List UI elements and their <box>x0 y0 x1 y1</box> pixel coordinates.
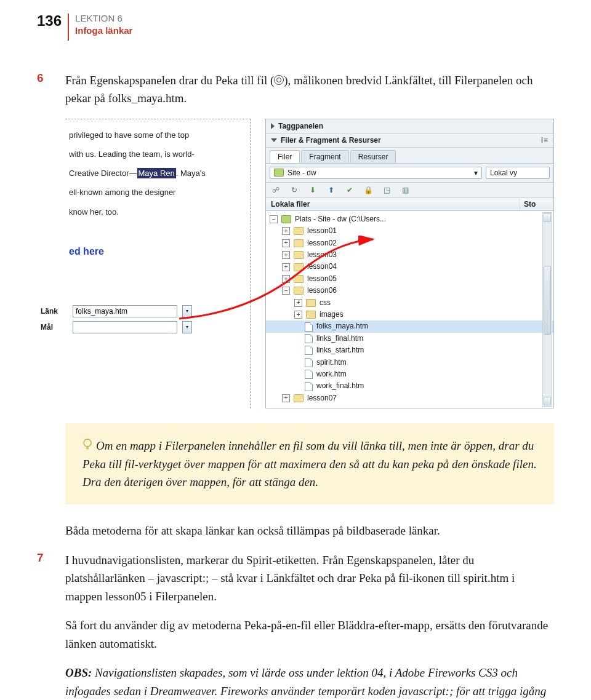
refresh-icon[interactable]: ↻ <box>289 186 299 194</box>
checkin-icon[interactable]: 🔒 <box>363 186 373 194</box>
scroll-thumb[interactable] <box>544 266 551 335</box>
get-icon[interactable]: ⬇ <box>308 186 318 194</box>
tree-file[interactable]: work.htm <box>266 368 553 380</box>
files-panel-header[interactable]: Filer & Fragment & Resurser i≡ <box>266 133 553 148</box>
site-dropdown[interactable]: Site - dw ▾ <box>270 167 482 179</box>
col-local-files[interactable]: Lokala filer <box>266 198 520 210</box>
target-dropdown-button[interactable]: ▾ <box>182 321 192 333</box>
folder-icon <box>294 394 304 402</box>
file-icon <box>305 358 313 367</box>
panel-tabs: Filer Fragment Resurser <box>266 148 553 164</box>
file-icon <box>305 322 313 332</box>
folder-icon <box>274 169 284 177</box>
link-label: Länk <box>41 307 68 316</box>
step-7: 7 I huvudnavigationslisten, markerar du … <box>37 551 554 605</box>
tree-folder[interactable]: +lesson05 <box>266 273 553 285</box>
tree-folder[interactable]: +lesson01 <box>266 225 553 237</box>
expand-node-icon[interactable]: + <box>282 227 290 235</box>
expand-icon <box>271 123 275 129</box>
tree-root[interactable]: − Plats - Site - dw (C:\Users... <box>266 213 553 225</box>
lightbulb-icon <box>82 439 92 451</box>
placeholder-text: ed here <box>69 240 241 263</box>
put-icon[interactable]: ⬆ <box>326 186 336 194</box>
expand-node-icon[interactable]: + <box>294 299 302 307</box>
expand-panel-icon[interactable]: ▥ <box>400 186 410 194</box>
tree-file[interactable]: links_final.htm <box>266 333 553 344</box>
file-list-header: Lokala filer Sto <box>266 198 553 211</box>
folder-icon <box>294 227 304 235</box>
target-label: Mål <box>41 323 68 332</box>
expand-node-icon[interactable]: + <box>282 263 290 271</box>
selected-text: Maya Ren <box>137 168 176 178</box>
collapse-node-icon[interactable]: − <box>270 215 278 223</box>
panel-menu-icon[interactable]: i≡ <box>541 136 549 145</box>
link-dropdown-button[interactable]: ▾ <box>182 305 192 317</box>
editor-line: with us. Leading the team, is world- <box>69 145 241 164</box>
scrollbar[interactable] <box>542 212 552 407</box>
editor-line: Creative Director—Maya Ren. Maya's <box>69 164 241 183</box>
editor-line: ell-known among the designer <box>69 183 241 202</box>
tree-file[interactable]: links_start.htm <box>266 344 553 356</box>
folder-icon <box>306 311 316 319</box>
panel-toolbar: Site - dw ▾ Lokal vy <box>266 164 553 183</box>
tree-folder[interactable]: +css <box>266 297 553 309</box>
tip-note: Om en mapp i Filerpanelen innehåller en … <box>65 423 554 504</box>
tree-folder[interactable]: +lesson03 <box>266 249 553 261</box>
collapse-icon <box>271 138 277 142</box>
site-folder-icon <box>281 215 291 223</box>
obs-text: Navigationslisten skapades, som vi lärde… <box>65 666 546 700</box>
file-icon <box>305 334 313 343</box>
expand-node-icon[interactable]: + <box>282 394 290 402</box>
tree-file[interactable]: work_final.htm <box>266 380 553 392</box>
obs-label: OBS: <box>65 666 92 679</box>
checkout-icon[interactable]: ✔ <box>345 186 355 194</box>
tree-folder[interactable]: +images <box>266 309 553 320</box>
link-input[interactable] <box>73 305 177 317</box>
tree-file-selected[interactable]: folks_maya.htm <box>266 320 553 332</box>
editor-line: know her, too. <box>69 202 241 221</box>
expand-node-icon[interactable]: + <box>282 251 290 259</box>
folder-icon <box>294 275 304 283</box>
file-icon <box>305 346 313 355</box>
tip-text: Om en mapp i Filerpanelen innehåller en … <box>82 439 537 488</box>
tree-folder[interactable]: +lesson07 <box>266 392 553 404</box>
tree-file[interactable]: spirit.htm <box>266 357 553 368</box>
tree-folder[interactable]: −lesson06 <box>266 285 553 296</box>
folder-icon <box>294 263 304 271</box>
collapse-node-icon[interactable]: − <box>282 287 290 295</box>
tree-folder[interactable]: +lesson02 <box>266 237 553 249</box>
file-tree[interactable]: − Plats - Site - dw (C:\Users... +lesson… <box>266 211 553 408</box>
folder-icon <box>294 287 304 295</box>
view-dropdown[interactable]: Lokal vy <box>486 167 550 179</box>
point-to-file-icon <box>274 75 284 85</box>
tab-filer[interactable]: Filer <box>270 150 300 163</box>
tab-resurser[interactable]: Resurser <box>350 150 396 163</box>
properties-link-section: Länk ▾ Mål ▾ <box>41 303 192 335</box>
folder-icon <box>306 299 316 307</box>
tab-fragment[interactable]: Fragment <box>301 150 348 163</box>
lesson-label: LEKTION 6 <box>75 12 132 25</box>
step6-text-a: Från Egenskapspanelen drar du Peka till … <box>65 74 274 87</box>
taggpanel-header[interactable]: Taggpanelen <box>266 119 553 133</box>
connect-icon[interactable]: ☍ <box>271 186 281 194</box>
expand-node-icon[interactable]: + <box>282 239 290 247</box>
files-panel: Taggpanelen Filer & Fragment & Resurser … <box>265 119 554 408</box>
col-size[interactable]: Sto <box>520 198 553 210</box>
lesson-title: Infoga länkar <box>75 25 132 37</box>
expand-node-icon[interactable]: + <box>282 275 290 283</box>
sync-icon[interactable]: ◳ <box>382 186 392 194</box>
taggpanel-title: Taggpanelen <box>278 122 549 130</box>
file-icon <box>305 370 313 379</box>
target-input[interactable] <box>73 321 177 333</box>
step7-para2: Så fort du använder dig av metoderna Pek… <box>65 616 554 653</box>
folder-icon <box>294 239 304 247</box>
editor-line: privileged to have some of the top <box>69 125 241 145</box>
svg-point-0 <box>84 439 91 447</box>
file-icon <box>305 382 313 391</box>
expand-node-icon[interactable]: + <box>294 311 302 319</box>
paragraph: Båda metoderna för att skapa länkar kan … <box>65 522 554 539</box>
step-number: 7 <box>37 551 48 605</box>
tree-folder[interactable]: +lesson04 <box>266 261 553 272</box>
step-number: 6 <box>37 71 48 108</box>
obs-note: OBS: Navigationslisten skapades, som vi … <box>65 664 554 700</box>
